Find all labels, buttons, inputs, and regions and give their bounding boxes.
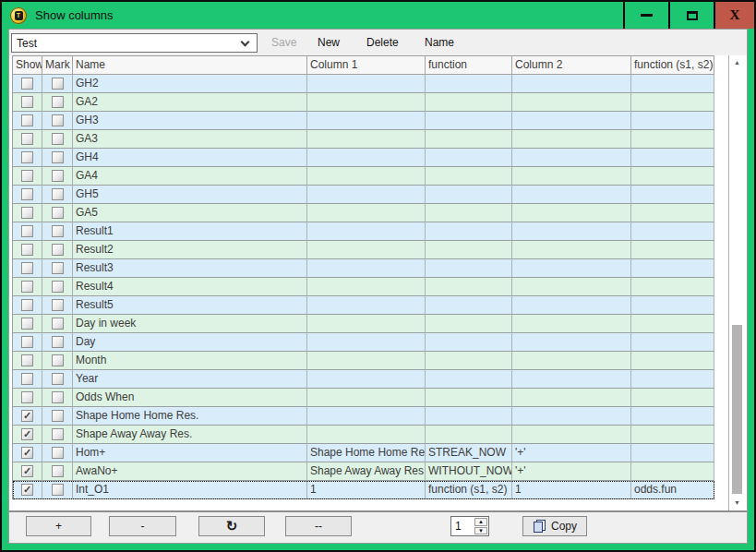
mark-checkbox[interactable] bbox=[52, 354, 64, 366]
show-checkbox[interactable]: ✓ bbox=[21, 447, 33, 459]
table-row[interactable]: GH5 bbox=[13, 186, 714, 204]
scroll-up-icon[interactable]: ▲ bbox=[729, 59, 745, 66]
show-checkbox[interactable] bbox=[21, 244, 33, 256]
mark-checkbox[interactable] bbox=[52, 151, 64, 163]
mark-checkbox[interactable] bbox=[52, 96, 64, 108]
table-row[interactable]: Day bbox=[13, 333, 714, 352]
preset-combobox[interactable]: Test bbox=[11, 33, 258, 53]
minimize-button[interactable] bbox=[623, 2, 668, 29]
mark-checkbox[interactable] bbox=[52, 281, 64, 293]
mark-checkbox[interactable] bbox=[52, 373, 64, 385]
add-row-button[interactable]: + bbox=[26, 516, 91, 536]
show-checkbox[interactable] bbox=[21, 207, 33, 219]
table-row[interactable]: GA5 bbox=[13, 204, 714, 222]
table-row[interactable]: GH2 bbox=[13, 75, 714, 93]
maximize-button[interactable] bbox=[668, 2, 714, 29]
table-row[interactable]: GH4 bbox=[13, 149, 714, 167]
show-checkbox[interactable]: ✓ bbox=[21, 465, 33, 477]
show-checkbox[interactable]: ✓ bbox=[21, 428, 33, 440]
spinner-up-button[interactable]: ▲ bbox=[474, 518, 487, 526]
table-row[interactable]: Result2 bbox=[13, 241, 714, 259]
column-header[interactable]: Column 1 bbox=[307, 56, 426, 75]
name-button[interactable]: Name bbox=[425, 36, 454, 49]
remove-row-button[interactable]: - bbox=[109, 516, 176, 536]
mark-checkbox[interactable] bbox=[52, 465, 64, 477]
show-checkbox[interactable] bbox=[21, 225, 33, 237]
table-row[interactable]: ✓AwaNo+Shape Away Away Res.WITHOUT_NOW'+… bbox=[13, 462, 714, 481]
table-row[interactable]: Month bbox=[13, 352, 714, 370]
table-row[interactable]: GA2 bbox=[13, 93, 714, 112]
count-spinner[interactable]: 1 ▲ ▼ bbox=[450, 516, 489, 536]
column-header[interactable]: function bbox=[426, 56, 512, 75]
column1-cell bbox=[307, 112, 426, 130]
show-checkbox[interactable] bbox=[21, 281, 33, 293]
mark-checkbox[interactable] bbox=[52, 299, 64, 311]
mark-checkbox[interactable] bbox=[52, 244, 64, 256]
mark-checkbox[interactable] bbox=[52, 318, 64, 330]
show-checkbox[interactable] bbox=[21, 170, 33, 182]
show-checkbox[interactable] bbox=[21, 188, 33, 200]
vertical-scrollbar[interactable]: ▲ ▼ bbox=[728, 55, 745, 510]
table-row[interactable]: Year bbox=[13, 370, 714, 389]
save-button[interactable]: Save bbox=[271, 36, 296, 49]
table-row[interactable]: ✓Int_O11function (s1, s2)1odds.fun bbox=[13, 481, 714, 499]
show-checkbox[interactable] bbox=[21, 354, 33, 366]
show-checkbox[interactable] bbox=[21, 262, 33, 274]
table-row[interactable]: Result4 bbox=[13, 278, 714, 296]
show-checkbox[interactable]: ✓ bbox=[21, 484, 33, 496]
column2-cell bbox=[512, 93, 631, 112]
table-row[interactable]: ✓Shape Away Away Res. bbox=[13, 426, 714, 444]
table-row[interactable]: ✓Hom+Shape Home Home Res.STREAK_NOW'+' bbox=[13, 444, 714, 462]
maximize-icon bbox=[687, 11, 698, 20]
show-checkbox[interactable] bbox=[21, 78, 33, 90]
mark-checkbox[interactable] bbox=[52, 78, 64, 90]
show-checkbox[interactable]: ✓ bbox=[21, 410, 33, 422]
spinner-down-button[interactable]: ▼ bbox=[474, 527, 487, 535]
new-button[interactable]: New bbox=[318, 36, 340, 49]
mark-checkbox[interactable] bbox=[52, 225, 64, 237]
mark-checkbox[interactable] bbox=[52, 114, 64, 126]
mark-checkbox[interactable] bbox=[52, 428, 64, 440]
show-checkbox[interactable] bbox=[21, 299, 33, 311]
show-checkbox[interactable] bbox=[21, 318, 33, 330]
table-row[interactable]: ✓Shape Home Home Res. bbox=[13, 407, 714, 426]
show-checkbox[interactable] bbox=[21, 391, 33, 403]
mark-checkbox[interactable] bbox=[52, 447, 64, 459]
copy-button[interactable]: Copy bbox=[522, 516, 587, 536]
show-checkbox[interactable] bbox=[21, 133, 33, 145]
column2-cell bbox=[512, 278, 631, 296]
scrollbar-thumb[interactable] bbox=[732, 325, 742, 494]
column-header[interactable]: Name bbox=[73, 56, 307, 75]
table-row[interactable]: Result1 bbox=[13, 222, 714, 241]
remove-all-button[interactable]: -- bbox=[285, 516, 352, 536]
table-row[interactable]: Result3 bbox=[13, 259, 714, 278]
mark-checkbox[interactable] bbox=[52, 133, 64, 145]
mark-checkbox[interactable] bbox=[52, 262, 64, 274]
mark-checkbox[interactable] bbox=[52, 484, 64, 496]
table-row[interactable]: Day in week bbox=[13, 315, 714, 333]
column-header[interactable]: Show bbox=[13, 56, 42, 75]
column-header[interactable]: Column 2 bbox=[512, 56, 631, 75]
mark-checkbox[interactable] bbox=[52, 207, 64, 219]
scroll-down-icon[interactable]: ▼ bbox=[729, 499, 745, 506]
mark-checkbox[interactable] bbox=[52, 410, 64, 422]
column-header[interactable]: Mark bbox=[42, 56, 73, 75]
show-checkbox[interactable] bbox=[21, 336, 33, 348]
mark-checkbox[interactable] bbox=[52, 188, 64, 200]
show-checkbox[interactable] bbox=[21, 373, 33, 385]
table-row[interactable]: GA4 bbox=[13, 167, 714, 186]
mark-checkbox[interactable] bbox=[52, 336, 64, 348]
show-checkbox[interactable] bbox=[21, 96, 33, 108]
refresh-button[interactable]: ↻ bbox=[198, 516, 265, 536]
table-row[interactable]: Result5 bbox=[13, 296, 714, 315]
table-row[interactable]: GA3 bbox=[13, 130, 714, 149]
delete-button[interactable]: Delete bbox=[366, 36, 399, 49]
close-button[interactable]: X bbox=[714, 2, 754, 29]
table-row[interactable]: Odds When bbox=[13, 389, 714, 407]
mark-checkbox[interactable] bbox=[52, 391, 64, 403]
table-row[interactable]: GH3 bbox=[13, 112, 714, 130]
column-header[interactable]: function (s1, s2) bbox=[631, 56, 714, 75]
show-checkbox[interactable] bbox=[21, 151, 33, 163]
mark-checkbox[interactable] bbox=[52, 170, 64, 182]
show-checkbox[interactable] bbox=[21, 114, 33, 126]
